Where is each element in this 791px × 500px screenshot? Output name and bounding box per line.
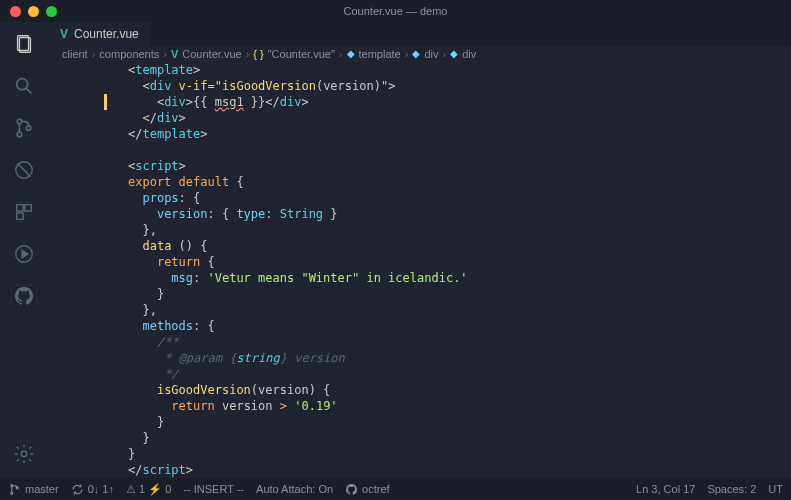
github-user[interactable]: octref [345,483,390,496]
close-window-icon[interactable] [10,6,21,17]
chevron-right-icon: › [163,48,167,60]
breadcrumb-item[interactable]: div [424,48,438,60]
tab-bar: V Counter.vue [48,22,791,46]
svg-point-15 [11,484,13,486]
settings-icon[interactable] [12,442,36,466]
breadcrumb-item[interactable]: client [62,48,88,60]
vim-mode: -- INSERT -- [183,483,244,495]
code-content[interactable]: <template> <div v-if="isGoodVersion(vers… [108,62,791,478]
github-icon[interactable] [12,284,36,308]
svg-rect-11 [17,213,23,219]
svg-point-14 [21,451,27,457]
tab-counter-vue[interactable]: V Counter.vue [48,22,151,46]
titlebar: Counter.vue — demo [0,0,791,22]
breadcrumb[interactable]: client › components › V Counter.vue › { … [48,46,791,62]
indentation[interactable]: Spaces: 2 [707,483,756,495]
cursor-position[interactable]: Ln 3, Col 17 [636,483,695,495]
vue-file-icon: V [171,48,178,60]
encoding[interactable]: UT [768,483,783,495]
svg-line-8 [18,164,31,177]
tab-label: Counter.vue [74,27,139,41]
editor-area: V Counter.vue client › components › V Co… [48,22,791,478]
svg-rect-10 [25,205,31,211]
element-icon: ◆ [347,48,355,59]
breadcrumb-item[interactable]: Counter.vue [182,48,241,60]
svg-point-6 [26,126,31,131]
svg-line-3 [27,89,32,94]
vue-file-icon: V [60,27,68,41]
minimize-window-icon[interactable] [28,6,39,17]
chevron-right-icon: › [246,48,250,60]
git-branch[interactable]: master [8,483,59,496]
sync-status[interactable]: 0↓ 1↑ [71,483,114,496]
breadcrumb-item[interactable]: template [359,48,401,60]
svg-point-16 [11,492,13,494]
main-layout: V Counter.vue client › components › V Co… [0,22,791,478]
traffic-lights [0,6,57,17]
window-title: Counter.vue — demo [344,5,448,17]
element-icon: ◆ [450,48,458,59]
chevron-right-icon: › [442,48,446,60]
svg-rect-9 [17,205,23,211]
statusbar: master 0↓ 1↑ ⚠ 1 ⚡ 0 -- INSERT -- Auto A… [0,478,791,500]
search-icon[interactable] [12,74,36,98]
code-editor[interactable]: <template> <div v-if="isGoodVersion(vers… [48,62,791,478]
problems[interactable]: ⚠ 1 ⚡ 0 [126,483,171,496]
breadcrumb-item[interactable]: "Counter.vue" [268,48,335,60]
svg-marker-13 [22,250,28,257]
line-highlight [104,94,107,110]
svg-point-5 [17,132,22,137]
run-icon[interactable] [12,242,36,266]
chevron-right-icon: › [339,48,343,60]
maximize-window-icon[interactable] [46,6,57,17]
breadcrumb-item[interactable]: div [462,48,476,60]
activity-bar [0,22,48,478]
gutter [48,62,108,478]
source-control-icon[interactable] [12,116,36,140]
chevron-right-icon: › [92,48,96,60]
auto-attach[interactable]: Auto Attach: On [256,483,333,495]
explorer-icon[interactable] [12,32,36,56]
element-icon: ◆ [412,48,420,59]
breadcrumb-item[interactable]: components [99,48,159,60]
extensions-icon[interactable] [12,200,36,224]
chevron-right-icon: › [405,48,409,60]
object-icon: { } [253,48,263,60]
svg-point-4 [17,119,22,124]
svg-point-2 [17,79,28,90]
debug-icon[interactable] [12,158,36,182]
